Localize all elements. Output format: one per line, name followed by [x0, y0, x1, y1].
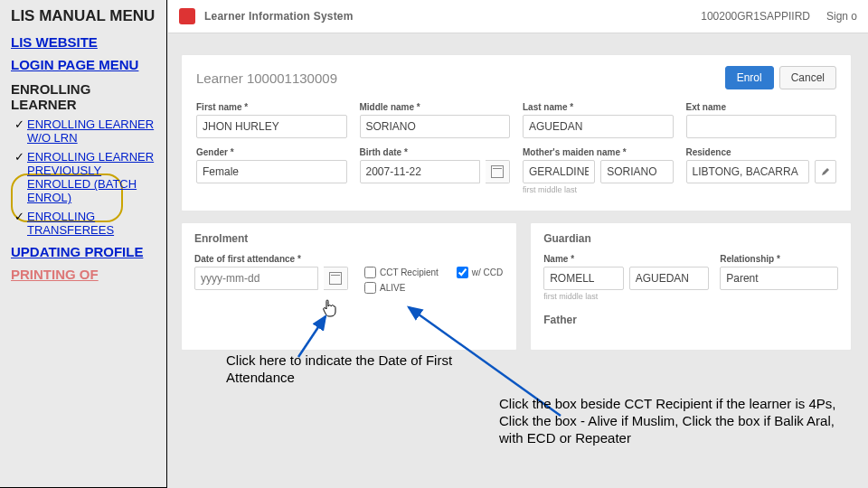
check-cct[interactable]: CCT Recipient — [364, 267, 439, 278]
label-gender: Gender — [196, 147, 347, 157]
check-icon: ✓ — [14, 117, 24, 131]
callout-checkboxes: Click the box beside CCT Recipient if th… — [499, 396, 852, 446]
label-birth: Birth date — [360, 147, 511, 157]
check-icon: ✓ — [14, 210, 24, 223]
app-brand: Learner Information System — [204, 10, 354, 23]
app-bar: Learner Information System 100200GR1SAPP… — [168, 0, 868, 33]
label-maiden: Mother's maiden name — [523, 147, 674, 157]
label-last-name: Last name — [523, 102, 674, 112]
enrol-checks: CCT Recipient w/ CCD ALIVE — [364, 267, 503, 294]
enrolling-header: ENROLLING LEARNER — [11, 81, 157, 112]
maiden-first-input[interactable] — [523, 160, 595, 183]
guardian-last-input[interactable] — [629, 267, 710, 290]
pencil-icon[interactable] — [815, 160, 836, 183]
ext-name-input[interactable] — [686, 115, 837, 138]
enrolment-title: Enrolment — [194, 232, 504, 245]
link-lis-website[interactable]: LIS WEBSITE — [11, 34, 157, 50]
learner-title: Learner 100001130009 — [196, 70, 337, 86]
label-middle-name: Middle name — [360, 102, 511, 112]
first-name-input[interactable] — [196, 115, 347, 138]
enrolment-panel: Enrolment Date of first attendance CCT R… — [181, 222, 517, 351]
residence-input[interactable] — [686, 160, 810, 183]
birth-date-input[interactable] — [360, 160, 481, 183]
manual-item-wo-lrn[interactable]: ✓ENROLLING LEARNER W/O LRN — [27, 117, 157, 145]
last-name-input[interactable] — [523, 115, 674, 138]
guardian-help: first middle last — [543, 292, 709, 301]
label-relationship: Relationship — [720, 254, 838, 264]
manual-title: LIS MANUAL MENU — [11, 7, 157, 25]
manual-panel: LIS MANUAL MENU LIS WEBSITE LOGIN PAGE M… — [0, 0, 167, 488]
callout-dofa: Click here to indicate the Date of First… — [226, 352, 461, 387]
app-logo — [179, 8, 195, 24]
father-title: Father — [543, 314, 838, 326]
user-label[interactable]: 100200GR1SAPPIIRD — [701, 10, 810, 23]
link-login-page[interactable]: LOGIN PAGE MENU — [11, 57, 157, 72]
label-dofa: Date of first attendance — [194, 254, 348, 264]
label-guardian-name: Name — [543, 254, 709, 264]
relationship-select[interactable]: Parent — [720, 267, 838, 290]
guardian-first-input[interactable] — [543, 267, 624, 290]
check-icon: ✓ — [14, 150, 24, 164]
manual-item-transferees[interactable]: ✓ENROLLING TRANSFEREES — [27, 210, 157, 237]
maiden-last-input[interactable] — [600, 160, 673, 183]
link-printing[interactable]: PRINTING OF — [11, 267, 157, 282]
guardian-panel: Guardian Name first middle last Relation… — [530, 222, 852, 351]
middle-name-input[interactable] — [360, 115, 511, 138]
label-residence: Residence — [686, 147, 837, 157]
link-updating-profile[interactable]: UPDATING PROFILE — [11, 244, 157, 259]
calendar-icon[interactable] — [486, 160, 510, 183]
enrol-button[interactable]: Enrol — [725, 66, 774, 89]
guardian-title: Guardian — [543, 232, 838, 245]
hand-cursor-icon — [322, 298, 338, 318]
gender-select[interactable]: Female — [196, 160, 347, 183]
label-first-name: First name — [196, 102, 347, 112]
check-alive[interactable]: ALIVE — [364, 282, 439, 294]
dofa-input[interactable] — [194, 267, 318, 290]
calendar-icon[interactable] — [324, 267, 348, 290]
signout-link[interactable]: Sign o — [826, 10, 857, 23]
learner-panel: Learner 100001130009 Enrol Cancel First … — [181, 54, 852, 211]
maiden-help: first middle last — [523, 185, 674, 194]
manual-item-batch[interactable]: ✓ENROLLING LEARNER PREVIOUSLY ENROLLED (… — [27, 150, 157, 204]
check-ccd[interactable]: w/ CCD — [457, 267, 503, 278]
label-ext-name: Ext name — [686, 102, 837, 112]
cancel-button[interactable]: Cancel — [779, 66, 836, 89]
